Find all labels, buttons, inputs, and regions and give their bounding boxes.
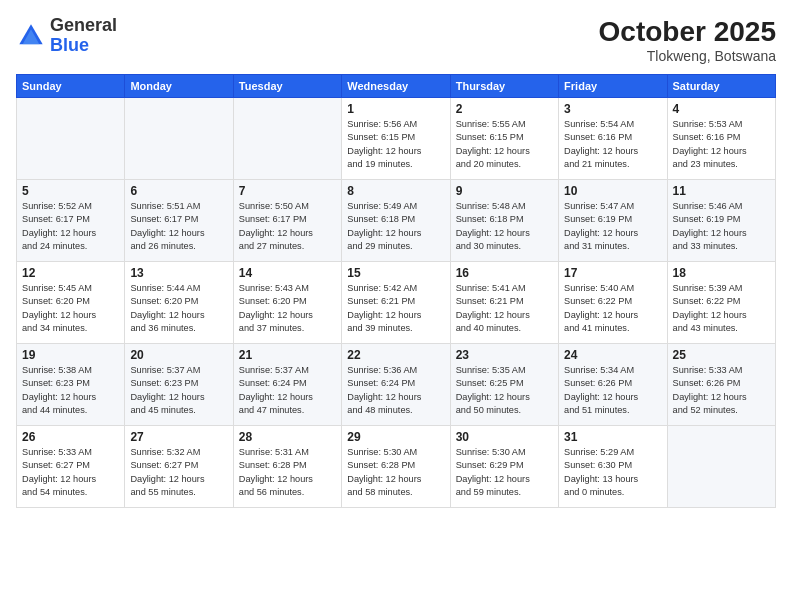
table-row: 30Sunrise: 5:30 AM Sunset: 6:29 PM Dayli… — [450, 426, 558, 508]
day-info: Sunrise: 5:55 AM Sunset: 6:15 PM Dayligh… — [456, 118, 553, 171]
table-row: 17Sunrise: 5:40 AM Sunset: 6:22 PM Dayli… — [559, 262, 667, 344]
table-row: 28Sunrise: 5:31 AM Sunset: 6:28 PM Dayli… — [233, 426, 341, 508]
day-number: 25 — [673, 348, 770, 362]
day-info: Sunrise: 5:32 AM Sunset: 6:27 PM Dayligh… — [130, 446, 227, 499]
table-row: 3Sunrise: 5:54 AM Sunset: 6:16 PM Daylig… — [559, 98, 667, 180]
day-info: Sunrise: 5:56 AM Sunset: 6:15 PM Dayligh… — [347, 118, 444, 171]
logo-icon — [16, 21, 46, 51]
day-info: Sunrise: 5:48 AM Sunset: 6:18 PM Dayligh… — [456, 200, 553, 253]
calendar-week-row: 26Sunrise: 5:33 AM Sunset: 6:27 PM Dayli… — [17, 426, 776, 508]
table-row: 12Sunrise: 5:45 AM Sunset: 6:20 PM Dayli… — [17, 262, 125, 344]
location: Tlokweng, Botswana — [599, 48, 776, 64]
day-number: 30 — [456, 430, 553, 444]
table-row: 11Sunrise: 5:46 AM Sunset: 6:19 PM Dayli… — [667, 180, 775, 262]
table-row: 16Sunrise: 5:41 AM Sunset: 6:21 PM Dayli… — [450, 262, 558, 344]
logo-general: General — [50, 15, 117, 35]
calendar-week-row: 1Sunrise: 5:56 AM Sunset: 6:15 PM Daylig… — [17, 98, 776, 180]
day-info: Sunrise: 5:36 AM Sunset: 6:24 PM Dayligh… — [347, 364, 444, 417]
day-info: Sunrise: 5:42 AM Sunset: 6:21 PM Dayligh… — [347, 282, 444, 335]
day-number: 31 — [564, 430, 661, 444]
col-tuesday: Tuesday — [233, 75, 341, 98]
day-number: 18 — [673, 266, 770, 280]
calendar-week-row: 19Sunrise: 5:38 AM Sunset: 6:23 PM Dayli… — [17, 344, 776, 426]
day-info: Sunrise: 5:33 AM Sunset: 6:27 PM Dayligh… — [22, 446, 119, 499]
table-row: 10Sunrise: 5:47 AM Sunset: 6:19 PM Dayli… — [559, 180, 667, 262]
day-info: Sunrise: 5:54 AM Sunset: 6:16 PM Dayligh… — [564, 118, 661, 171]
day-info: Sunrise: 5:47 AM Sunset: 6:19 PM Dayligh… — [564, 200, 661, 253]
day-info: Sunrise: 5:34 AM Sunset: 6:26 PM Dayligh… — [564, 364, 661, 417]
calendar-week-row: 12Sunrise: 5:45 AM Sunset: 6:20 PM Dayli… — [17, 262, 776, 344]
table-row — [125, 98, 233, 180]
day-number: 22 — [347, 348, 444, 362]
logo: General Blue — [16, 16, 117, 56]
table-row: 18Sunrise: 5:39 AM Sunset: 6:22 PM Dayli… — [667, 262, 775, 344]
day-number: 26 — [22, 430, 119, 444]
table-row: 2Sunrise: 5:55 AM Sunset: 6:15 PM Daylig… — [450, 98, 558, 180]
table-row: 7Sunrise: 5:50 AM Sunset: 6:17 PM Daylig… — [233, 180, 341, 262]
col-friday: Friday — [559, 75, 667, 98]
table-row: 5Sunrise: 5:52 AM Sunset: 6:17 PM Daylig… — [17, 180, 125, 262]
table-row: 23Sunrise: 5:35 AM Sunset: 6:25 PM Dayli… — [450, 344, 558, 426]
col-thursday: Thursday — [450, 75, 558, 98]
day-info: Sunrise: 5:43 AM Sunset: 6:20 PM Dayligh… — [239, 282, 336, 335]
day-info: Sunrise: 5:40 AM Sunset: 6:22 PM Dayligh… — [564, 282, 661, 335]
day-number: 29 — [347, 430, 444, 444]
table-row: 9Sunrise: 5:48 AM Sunset: 6:18 PM Daylig… — [450, 180, 558, 262]
day-number: 5 — [22, 184, 119, 198]
day-info: Sunrise: 5:52 AM Sunset: 6:17 PM Dayligh… — [22, 200, 119, 253]
day-number: 13 — [130, 266, 227, 280]
table-row: 31Sunrise: 5:29 AM Sunset: 6:30 PM Dayli… — [559, 426, 667, 508]
day-info: Sunrise: 5:50 AM Sunset: 6:17 PM Dayligh… — [239, 200, 336, 253]
day-number: 28 — [239, 430, 336, 444]
day-info: Sunrise: 5:30 AM Sunset: 6:28 PM Dayligh… — [347, 446, 444, 499]
header: General Blue October 2025 Tlokweng, Bots… — [16, 16, 776, 64]
day-number: 15 — [347, 266, 444, 280]
day-info: Sunrise: 5:51 AM Sunset: 6:17 PM Dayligh… — [130, 200, 227, 253]
table-row: 24Sunrise: 5:34 AM Sunset: 6:26 PM Dayli… — [559, 344, 667, 426]
col-saturday: Saturday — [667, 75, 775, 98]
table-row: 15Sunrise: 5:42 AM Sunset: 6:21 PM Dayli… — [342, 262, 450, 344]
col-wednesday: Wednesday — [342, 75, 450, 98]
logo-blue: Blue — [50, 35, 89, 55]
day-number: 16 — [456, 266, 553, 280]
day-info: Sunrise: 5:45 AM Sunset: 6:20 PM Dayligh… — [22, 282, 119, 335]
table-row: 25Sunrise: 5:33 AM Sunset: 6:26 PM Dayli… — [667, 344, 775, 426]
day-number: 8 — [347, 184, 444, 198]
day-number: 9 — [456, 184, 553, 198]
day-number: 6 — [130, 184, 227, 198]
day-number: 27 — [130, 430, 227, 444]
table-row: 4Sunrise: 5:53 AM Sunset: 6:16 PM Daylig… — [667, 98, 775, 180]
table-row: 8Sunrise: 5:49 AM Sunset: 6:18 PM Daylig… — [342, 180, 450, 262]
calendar-week-row: 5Sunrise: 5:52 AM Sunset: 6:17 PM Daylig… — [17, 180, 776, 262]
day-number: 4 — [673, 102, 770, 116]
title-block: October 2025 Tlokweng, Botswana — [599, 16, 776, 64]
calendar: Sunday Monday Tuesday Wednesday Thursday… — [16, 74, 776, 508]
day-info: Sunrise: 5:44 AM Sunset: 6:20 PM Dayligh… — [130, 282, 227, 335]
day-info: Sunrise: 5:31 AM Sunset: 6:28 PM Dayligh… — [239, 446, 336, 499]
table-row — [233, 98, 341, 180]
day-number: 21 — [239, 348, 336, 362]
day-info: Sunrise: 5:41 AM Sunset: 6:21 PM Dayligh… — [456, 282, 553, 335]
calendar-header-row: Sunday Monday Tuesday Wednesday Thursday… — [17, 75, 776, 98]
day-number: 2 — [456, 102, 553, 116]
day-info: Sunrise: 5:49 AM Sunset: 6:18 PM Dayligh… — [347, 200, 444, 253]
table-row: 21Sunrise: 5:37 AM Sunset: 6:24 PM Dayli… — [233, 344, 341, 426]
day-number: 1 — [347, 102, 444, 116]
day-number: 3 — [564, 102, 661, 116]
table-row: 26Sunrise: 5:33 AM Sunset: 6:27 PM Dayli… — [17, 426, 125, 508]
day-number: 11 — [673, 184, 770, 198]
col-sunday: Sunday — [17, 75, 125, 98]
table-row: 6Sunrise: 5:51 AM Sunset: 6:17 PM Daylig… — [125, 180, 233, 262]
table-row — [667, 426, 775, 508]
day-info: Sunrise: 5:29 AM Sunset: 6:30 PM Dayligh… — [564, 446, 661, 499]
table-row: 1Sunrise: 5:56 AM Sunset: 6:15 PM Daylig… — [342, 98, 450, 180]
table-row: 13Sunrise: 5:44 AM Sunset: 6:20 PM Dayli… — [125, 262, 233, 344]
day-number: 23 — [456, 348, 553, 362]
table-row: 29Sunrise: 5:30 AM Sunset: 6:28 PM Dayli… — [342, 426, 450, 508]
day-number: 7 — [239, 184, 336, 198]
table-row: 27Sunrise: 5:32 AM Sunset: 6:27 PM Dayli… — [125, 426, 233, 508]
day-number: 10 — [564, 184, 661, 198]
day-number: 14 — [239, 266, 336, 280]
day-info: Sunrise: 5:37 AM Sunset: 6:24 PM Dayligh… — [239, 364, 336, 417]
day-info: Sunrise: 5:53 AM Sunset: 6:16 PM Dayligh… — [673, 118, 770, 171]
